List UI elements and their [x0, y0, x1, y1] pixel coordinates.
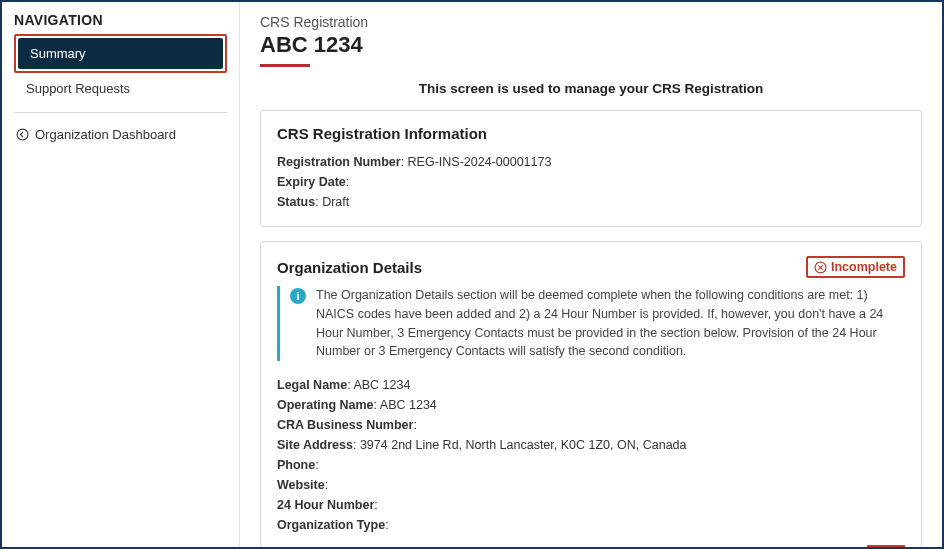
phone-row: Phone: — [277, 455, 905, 475]
org-details-card: Organization Details Incomplete i The Or… — [260, 241, 922, 547]
back-circle-icon — [16, 128, 29, 141]
page-title: ABC 1234 — [260, 32, 922, 58]
website-row: Website: — [277, 475, 905, 495]
sidebar-item-summary[interactable]: Summary — [18, 38, 223, 69]
error-circle-icon — [814, 261, 827, 274]
operating-name-row: Operating Name: ABC 1234 — [277, 395, 905, 415]
org-details-header: Organization Details Incomplete — [277, 256, 905, 278]
nav-divider — [14, 112, 227, 113]
sidebar-item-support-requests[interactable]: Support Requests — [14, 73, 227, 106]
nav-heading: NAVIGATION — [14, 12, 227, 28]
edit-row: Edit — [277, 545, 905, 547]
sidebar-item-label: Summary — [30, 46, 86, 61]
reg-number-value: REG-INS-2024-00001173 — [408, 155, 552, 169]
svg-point-0 — [17, 129, 28, 140]
cra-row: CRA Business Number: — [277, 415, 905, 435]
reg-number-row: Registration Number: REG-INS-2024-000011… — [277, 152, 905, 172]
status-row: Status: Draft — [277, 192, 905, 212]
hour24-row: 24 Hour Number: — [277, 495, 905, 515]
status-label: Status — [277, 195, 315, 209]
expiry-label: Expiry Date — [277, 175, 346, 189]
sidebar-item-org-dashboard[interactable]: Organization Dashboard — [14, 127, 227, 142]
expiry-row: Expiry Date: — [277, 172, 905, 192]
app-frame: NAVIGATION Summary Support Requests Orga… — [0, 0, 944, 549]
status-badge-incomplete: Incomplete — [806, 256, 905, 278]
site-row: Site Address: 3974 2nd Line Rd, North La… — [277, 435, 905, 455]
sidebar-item-label: Support Requests — [26, 81, 130, 96]
org-type-row: Organization Type: — [277, 515, 905, 535]
nav-items-highlighted: Summary — [14, 34, 227, 73]
title-underline — [260, 64, 310, 67]
page-pretitle: CRS Registration — [260, 14, 922, 30]
info-text: The Organization Details section will be… — [316, 286, 905, 361]
sidebar: NAVIGATION Summary Support Requests Orga… — [2, 2, 240, 547]
screen-message: This screen is used to manage your CRS R… — [260, 81, 922, 96]
reg-info-title: CRS Registration Information — [277, 125, 905, 142]
reg-number-label: Registration Number — [277, 155, 401, 169]
org-details-title: Organization Details — [277, 259, 422, 276]
sidebar-item-label: Organization Dashboard — [35, 127, 176, 142]
edit-link[interactable]: Edit — [867, 545, 905, 547]
status-value: Draft — [322, 195, 349, 209]
info-icon: i — [290, 288, 306, 304]
status-badge-text: Incomplete — [831, 260, 897, 274]
info-callout: i The Organization Details section will … — [277, 286, 905, 361]
legal-name-row: Legal Name: ABC 1234 — [277, 375, 905, 395]
reg-info-card: CRS Registration Information Registratio… — [260, 110, 922, 227]
main-content: CRS Registration ABC 1234 This screen is… — [240, 2, 942, 547]
